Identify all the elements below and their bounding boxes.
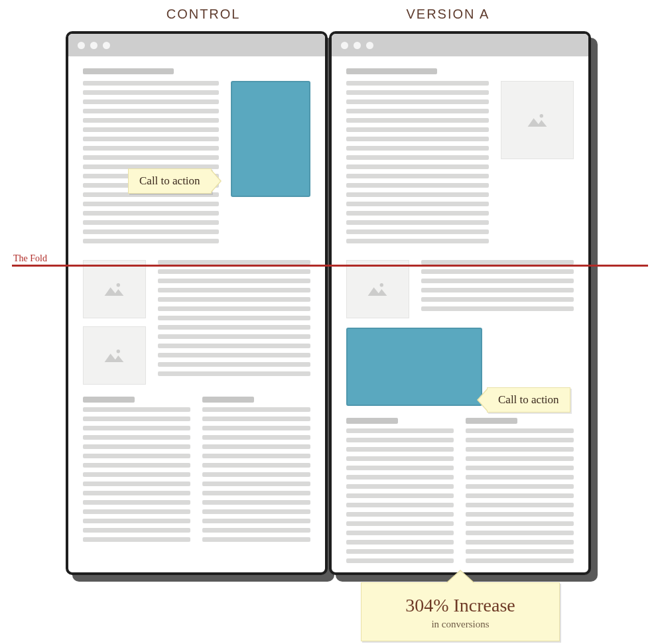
result-sub: in conversions	[369, 619, 551, 630]
window-dot-icon	[366, 42, 373, 49]
cta-annotation-control: Call to action	[128, 168, 212, 194]
browser-variant	[329, 31, 591, 575]
text-column	[346, 418, 454, 568]
svg-point-7	[380, 283, 383, 287]
svg-marker-0	[105, 287, 124, 296]
svg-point-1	[117, 283, 120, 287]
variant-labels: CONTROL VERSION A	[0, 7, 656, 22]
fold-line	[12, 265, 648, 267]
text-column	[466, 418, 574, 568]
page-control	[68, 56, 325, 561]
cta-annotation-variant: Call to action	[487, 387, 570, 413]
cta-box-variant	[346, 328, 482, 406]
label-control: CONTROL	[166, 7, 241, 22]
svg-point-3	[117, 350, 120, 353]
image-placeholder-icon	[83, 326, 146, 385]
thumb-col	[83, 260, 146, 385]
text-block	[158, 260, 310, 381]
text-block	[346, 81, 489, 248]
dual-columns	[346, 418, 574, 568]
svg-marker-2	[105, 354, 124, 362]
window-dot-icon	[354, 42, 361, 49]
heading-placeholder	[83, 68, 174, 74]
label-variant: VERSION A	[406, 7, 490, 22]
window-titlebar	[332, 34, 588, 56]
sidebar-col	[501, 81, 574, 159]
window-dot-icon	[78, 42, 85, 49]
image-placeholder-icon	[501, 81, 574, 159]
result-headline: 304% Increase	[369, 595, 551, 616]
ab-test-diagram: CONTROL VERSION A	[0, 0, 656, 575]
window-dot-icon	[90, 42, 98, 49]
text-block	[421, 260, 574, 316]
browser-control	[66, 31, 328, 575]
heading-placeholder	[346, 68, 437, 74]
fold-label: The Fold	[13, 253, 47, 264]
window-dot-icon	[103, 42, 110, 49]
text-column	[83, 397, 191, 547]
window-titlebar	[68, 34, 325, 56]
cta-box-control	[231, 81, 310, 197]
text-column	[202, 397, 310, 547]
window-dot-icon	[341, 42, 348, 49]
thumb-col	[346, 260, 409, 318]
svg-marker-6	[368, 287, 387, 296]
sidebar-col	[231, 81, 310, 197]
text-block	[83, 81, 219, 248]
dual-columns	[83, 397, 310, 547]
result-callout: 304% Increase in conversions	[361, 582, 560, 641]
panels	[0, 31, 656, 575]
page-variant	[332, 56, 588, 575]
svg-marker-4	[527, 118, 547, 127]
image-placeholder-icon	[83, 260, 146, 318]
image-placeholder-icon	[346, 260, 409, 318]
svg-point-5	[539, 114, 543, 117]
